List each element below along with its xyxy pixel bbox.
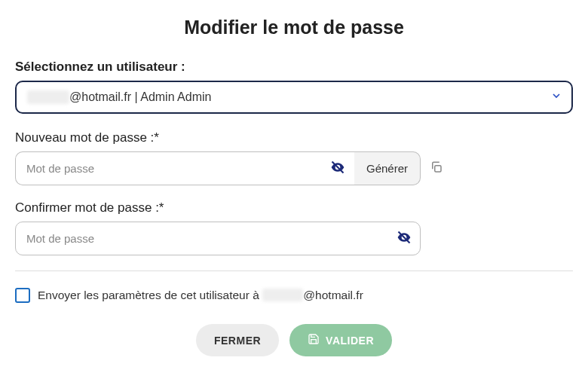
divider	[15, 270, 573, 271]
confirm-password-label: Confirmer mot de passe :*	[15, 200, 573, 215]
eye-off-icon[interactable]	[397, 230, 412, 248]
eye-off-icon[interactable]	[330, 160, 345, 178]
user-select-label: Sélectionnez un utilisateur :	[15, 60, 573, 75]
user-email-redacted: xxxxxxx	[27, 90, 69, 104]
page-title: Modifier le mot de passe	[15, 17, 573, 38]
save-icon	[308, 333, 320, 347]
svg-rect-1	[435, 165, 441, 171]
new-password-label: Nouveau mot de passe :*	[15, 130, 573, 145]
generate-button[interactable]: Générer	[354, 151, 421, 185]
submit-button[interactable]: Valider	[289, 324, 392, 356]
user-select[interactable]: xxxxxxx@hotmail.fr | Admin Admin	[15, 81, 573, 114]
new-password-input[interactable]	[15, 151, 354, 185]
close-button[interactable]: Fermer	[196, 324, 279, 356]
send-params-label: Envoyer les paramètres de cet utilisateu…	[38, 289, 363, 302]
confirm-password-input[interactable]	[15, 222, 421, 255]
send-params-checkbox[interactable]	[15, 288, 30, 303]
user-select-value: @hotmail.fr | Admin Admin	[69, 90, 211, 104]
copy-icon[interactable]	[430, 160, 443, 177]
submit-button-label: Valider	[326, 335, 374, 347]
